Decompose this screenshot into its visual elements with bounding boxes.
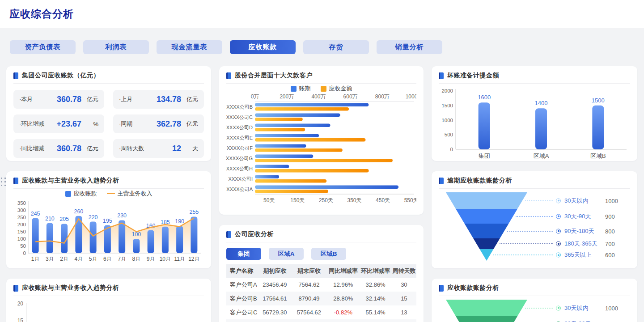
kpi-same-period: ·同期 362.78 亿元 <box>113 114 204 133</box>
svg-text:0: 0 <box>23 250 26 256</box>
table-row[interactable]: 客户公司A23456.497564.6212.96%32.86%30 <box>226 278 416 292</box>
receivable-aging-funnel[interactable]: 30天以内100030天-90天90090天-180天800180天-365天7… <box>439 300 630 322</box>
legend-bullet-icon <box>556 214 561 219</box>
svg-text:450天: 450天 <box>376 197 390 203</box>
trend-legend: 应收账款 主营业务收入 <box>13 189 204 199</box>
table-row[interactable]: 客户公司D17564.62200456.4912.96%-0.56%19 <box>226 319 416 322</box>
funnel-leader-line <box>493 254 553 255</box>
table-row[interactable]: 客户公司C56729.3057564.62-0.82%55.14%13 <box>226 305 416 319</box>
company-tab-区域A[interactable]: 区域A <box>269 248 304 260</box>
svg-text:1500: 1500 <box>441 103 453 108</box>
funnel-segment[interactable] <box>446 192 527 209</box>
tab-利润表[interactable]: 利润表 <box>83 40 149 54</box>
funnel-segment[interactable] <box>446 300 527 316</box>
bad-debt-card: 坏账准备计提金额 05001000150020001600集团1400区域A15… <box>432 66 637 161</box>
svg-text:260: 260 <box>74 208 83 215</box>
top-debtors-chart[interactable]: 0万200万400万600万800万1000万50天150天250天350天45… <box>226 93 416 206</box>
card-title-icon <box>439 178 444 184</box>
mini-card-title: 应收账款与主营业务收入趋势分析 <box>22 284 119 292</box>
funnel-legend-label: 180天-365天 <box>564 241 601 247</box>
funnel-segment[interactable] <box>446 209 527 224</box>
legend-bullet-icon <box>556 242 561 246</box>
svg-text:230: 230 <box>117 212 127 219</box>
tabbar: 资产负债表利润表现金流量表应收账款存货销量分析 <box>10 40 644 54</box>
debtors-legend: 账期 应收金额 <box>226 84 416 93</box>
funnel-legend-label: 90天-180天 <box>564 228 601 234</box>
overdue-aging-card: 逾期应收账款账龄分析 30天以内100030天-90天90090天-180天80… <box>432 171 637 268</box>
svg-text:0万: 0万 <box>251 93 259 100</box>
svg-text:200万: 200万 <box>280 93 294 100</box>
table-row[interactable]: 客户公司B17564.618790.4928.80%32.14%15 <box>226 292 416 305</box>
funnel-legend-label: 30天-90天 <box>564 320 601 322</box>
funnel-leader-line <box>500 243 553 244</box>
svg-text:250: 250 <box>17 215 26 220</box>
kpi-mom-change: ·环比增减 +23.67 % <box>13 114 104 133</box>
svg-text:1000: 1000 <box>441 118 453 123</box>
tab-资产负债表[interactable]: 资产负债表 <box>10 40 76 54</box>
page-header: 应收综合分析 <box>0 0 644 28</box>
tab-存货[interactable]: 存货 <box>303 40 369 54</box>
company-tab-集团[interactable]: 集团 <box>226 248 261 260</box>
legend-bullet-icon <box>556 305 561 310</box>
overdue-aging-funnel[interactable]: 30天以内100030天-90天90090天-180天800180天-365天7… <box>439 192 630 267</box>
tab-应收账款[interactable]: 应收账款 <box>230 40 296 54</box>
funnel-legend-value: 900 <box>605 320 615 322</box>
card-title-icon <box>13 285 18 292</box>
debtors-card-title: 股份合并层面十大欠款客户 <box>235 72 313 80</box>
bad-debt-chart[interactable]: 05001000150020001600集团1400区域A1500区域B <box>439 84 630 161</box>
funnel-legend-value: 800 <box>605 228 615 234</box>
svg-text:XXXX公司A: XXXX公司A <box>226 186 253 192</box>
svg-text:1月: 1月 <box>31 256 40 262</box>
tab-销量分析[interactable]: 销量分析 <box>377 40 442 54</box>
svg-text:XXXX公司E: XXXX公司E <box>226 135 253 140</box>
amount-legend-icon <box>321 86 326 92</box>
table-card-title: 公司应收分析 <box>235 230 274 238</box>
tab-现金流量表[interactable]: 现金流量表 <box>157 40 222 54</box>
receivable-aging-title: 应收账款账龄分析 <box>447 284 499 292</box>
receivable-aging-card: 应收账款账龄分析 30天以内100030天-90天90090天-180天8001… <box>432 279 637 322</box>
card-title-icon <box>226 72 231 79</box>
svg-text:220: 220 <box>89 214 98 220</box>
funnel-legend-value: 1000 <box>605 197 618 204</box>
company-tab-区域B[interactable]: 区域B <box>311 248 346 260</box>
svg-text:2000: 2000 <box>441 88 453 93</box>
drag-handle-icon[interactable] <box>1 178 6 186</box>
svg-text:9月: 9月 <box>147 256 155 262</box>
svg-text:XXXX公司G: XXXX公司G <box>226 156 253 161</box>
svg-text:XXXX公司D: XXXX公司D <box>226 125 253 130</box>
funnel-legend-label: 365天以上 <box>564 252 601 258</box>
overdue-aging-title: 逾期应收账款账龄分析 <box>447 177 512 185</box>
kpi-current-month: ·本月 360.78 亿元 <box>13 90 104 109</box>
svg-text:3月: 3月 <box>46 256 54 262</box>
svg-text:7月: 7月 <box>118 256 126 262</box>
funnel-segment[interactable] <box>446 316 527 322</box>
table-header-row[interactable]: 客户名称期初应收期末应收同比增减率环比增减率周转天数 <box>226 264 416 278</box>
svg-text:300: 300 <box>17 208 26 213</box>
svg-text:195: 195 <box>103 218 112 224</box>
trend-chart[interactable]: 0501001502002503003502452102052602201952… <box>13 199 204 266</box>
kpi-grid: ·本月 360.78 亿元 ·上月 134.78 亿元 ·环比增减 +23.67… <box>13 90 204 158</box>
middle-column: 股份合并层面十大欠款客户 账期 应收金额 0万200万400万600万800万1… <box>219 66 424 322</box>
funnel-legend-value: 1000 <box>605 305 618 311</box>
svg-text:2月: 2月 <box>60 256 68 262</box>
svg-text:0: 0 <box>450 147 453 152</box>
svg-text:400万: 400万 <box>311 93 326 100</box>
svg-text:250天: 250天 <box>319 197 333 203</box>
legend-bullet-icon <box>556 229 561 233</box>
mini-trend-chart[interactable]: 20 15 10 <box>13 301 204 322</box>
svg-text:10月: 10月 <box>160 256 171 262</box>
svg-text:50: 50 <box>20 243 26 249</box>
svg-text:205: 205 <box>59 216 69 222</box>
svg-text:245: 245 <box>31 211 40 217</box>
svg-text:12月: 12月 <box>188 256 199 262</box>
funnel-leader-line <box>516 216 553 217</box>
kpi-card: 集团公司应收账款（亿元） ·本月 360.78 亿元 ·上月 134.78 亿元… <box>6 66 211 161</box>
svg-text:150天: 150天 <box>290 197 305 203</box>
svg-text:600万: 600万 <box>343 93 358 100</box>
svg-text:350天: 350天 <box>347 197 361 203</box>
card-title-icon <box>13 72 18 79</box>
svg-text:150: 150 <box>17 229 26 234</box>
svg-text:800万: 800万 <box>375 93 390 100</box>
svg-text:1000万: 1000万 <box>406 93 416 100</box>
svg-text:100: 100 <box>17 236 26 242</box>
